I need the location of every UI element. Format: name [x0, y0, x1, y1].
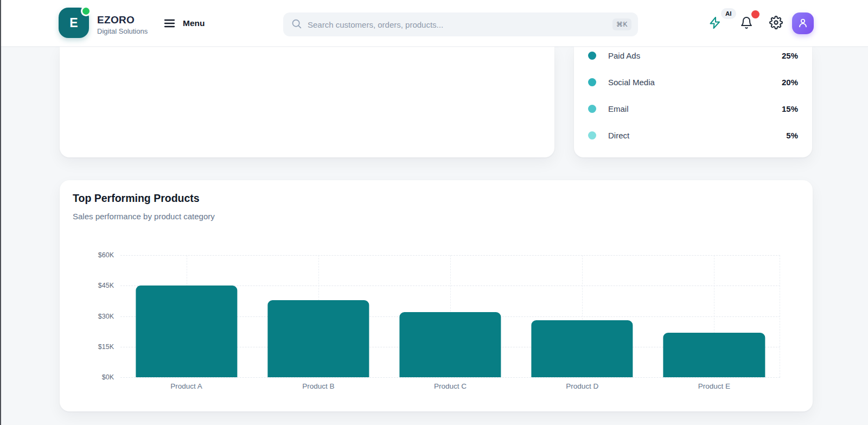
legend-item-direct: Direct 5%: [588, 129, 798, 142]
x-axis-label: Product A: [120, 382, 252, 390]
bar-product-c[interactable]: [399, 312, 501, 377]
user-avatar-button[interactable]: [792, 12, 814, 34]
notification-dot: [751, 10, 760, 18]
brand-tagline: Digital Solutions: [97, 27, 148, 35]
menu-label: Menu: [183, 18, 205, 28]
legend-value: 20%: [782, 78, 798, 87]
legend-label: Direct: [608, 131, 629, 140]
chart-slot: Product B: [252, 255, 384, 377]
legend-label: Paid Ads: [608, 51, 640, 60]
legend-item-social-media: Social Media 20%: [588, 75, 798, 88]
bar-product-b[interactable]: [267, 300, 369, 378]
bar-product-e[interactable]: [663, 333, 765, 378]
bar-product-a[interactable]: [136, 286, 237, 377]
user-icon: [797, 17, 809, 30]
panel-subtitle: Sales performance by product category: [73, 212, 215, 221]
global-search: ⌘K: [283, 12, 638, 36]
legend-item-paid-ads: Paid Ads 25%: [588, 49, 798, 62]
legend-dot: [588, 131, 596, 139]
traffic-sources-legend-card: Paid Ads 25% Social Media 20% Email 15% …: [574, 47, 812, 157]
legend-dot: [588, 105, 596, 113]
hamburger-icon: [164, 18, 175, 28]
x-axis-label: Product D: [516, 382, 648, 390]
x-axis-label: Product B: [252, 382, 384, 390]
legend-dot: [588, 78, 596, 86]
ai-badge: AI: [721, 8, 736, 19]
online-status-dot: [81, 6, 91, 16]
bar-chart: $60K $45K $30K $15K $0K Product A Produc…: [120, 255, 780, 377]
legend-label: Social Media: [608, 78, 655, 87]
chart-slot: Product D: [516, 255, 648, 377]
legend-item-email: Email 15%: [588, 102, 798, 115]
y-axis-tick: $45K: [98, 282, 114, 289]
chart-slots: Product A Product B Product C Product D …: [120, 255, 780, 377]
y-axis-tick: $60K: [98, 251, 114, 259]
y-axis-tick: $0K: [102, 373, 114, 381]
brand-name: EZORO: [97, 14, 135, 26]
gridline: [120, 377, 780, 378]
legend-value: 5%: [786, 131, 798, 140]
chart-card-clipped: [60, 47, 554, 157]
top-performing-products-card: Top Performing Products Sales performanc…: [60, 180, 813, 411]
x-axis-label: Product E: [648, 382, 780, 390]
ai-assistant-button[interactable]: [708, 16, 722, 30]
bell-icon: [740, 23, 753, 31]
top-navbar: E EZORO Digital Solutions Menu ⌘K AI: [1, 0, 868, 47]
lightning-icon: [709, 23, 722, 31]
legend-value: 15%: [782, 104, 798, 113]
legend-value: 25%: [782, 51, 798, 60]
legend-dot: [588, 52, 596, 60]
legend-label: Email: [608, 104, 629, 113]
notifications-button[interactable]: [739, 16, 754, 30]
brand-initial: E: [69, 16, 78, 30]
menu-button[interactable]: Menu: [164, 14, 205, 33]
chart-slot: Product E: [648, 255, 780, 377]
window-edge: [0, 0, 1, 425]
y-axis-tick: $15K: [98, 343, 114, 351]
x-axis-label: Product C: [384, 382, 516, 390]
chart-slot: Product A: [120, 255, 252, 377]
keyboard-shortcut-badge: ⌘K: [612, 18, 631, 30]
chart-slot: Product C: [384, 255, 516, 377]
search-input[interactable]: [302, 20, 612, 29]
gear-icon: [769, 23, 783, 31]
y-axis-tick: $30K: [98, 313, 114, 320]
settings-button[interactable]: [769, 16, 783, 30]
search-icon: [291, 18, 302, 31]
bar-product-d[interactable]: [532, 320, 633, 377]
panel-title: Top Performing Products: [73, 192, 200, 205]
